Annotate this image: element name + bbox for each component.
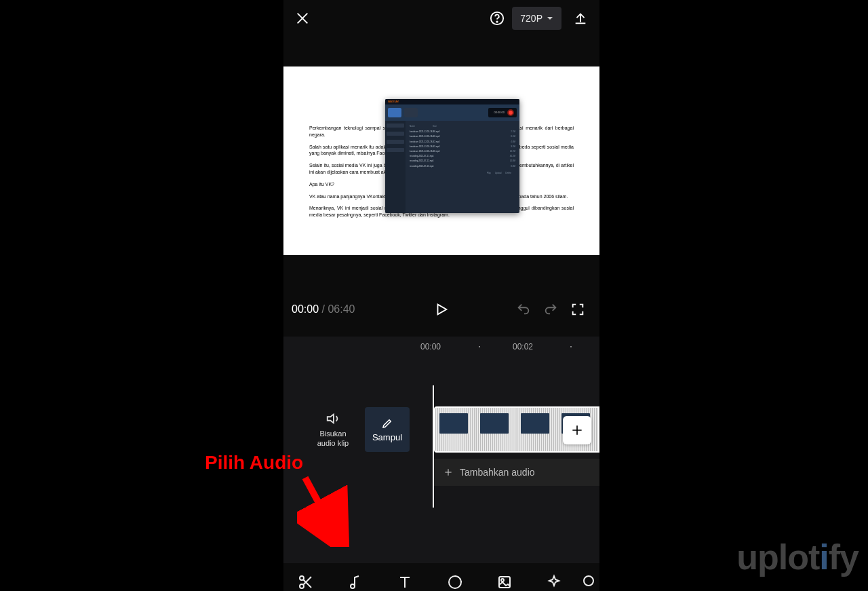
export-icon — [573, 11, 588, 26]
redo-icon — [543, 302, 558, 317]
playback-bar: 00:00 / 06:40 — [283, 296, 599, 323]
watermark-part-b: i — [819, 537, 828, 577]
add-audio-track[interactable]: Tambahkan audio — [434, 459, 599, 486]
add-clip-button[interactable] — [563, 416, 591, 444]
video-track-row: Bisukan audio klip Sampul — [283, 407, 599, 452]
time-display: 00:00 / 06:40 — [292, 303, 355, 316]
fullscreen-button[interactable] — [564, 296, 591, 323]
preview-overlay-window: BANDICAM 00:00:00 NameSize bandicam 2021… — [385, 99, 519, 213]
tab-audio[interactable]: Audio — [330, 574, 380, 592]
svg-marker-7 — [328, 414, 334, 423]
tab-overlay[interactable]: Overlay — [479, 574, 529, 592]
resolution-button[interactable]: 720P — [512, 7, 561, 30]
add-audio-label: Tambahkan audio — [460, 467, 535, 478]
time-separator: / — [319, 303, 328, 315]
time-current: 00:00 — [292, 303, 319, 315]
mute-clip-button[interactable]: Bisukan audio klip — [311, 411, 355, 449]
close-button[interactable] — [290, 6, 315, 31]
cover-button[interactable]: Sampul — [365, 407, 410, 452]
scissors-icon — [298, 574, 314, 590]
tab-more[interactable]: F — [579, 574, 598, 592]
help-icon — [490, 11, 505, 26]
bottom-toolbar: Edit Audio Teks Stiker Overlay Efek — [283, 563, 599, 591]
help-button[interactable] — [485, 6, 509, 31]
overlay-time: 00:00:00 — [494, 111, 505, 115]
tab-edit[interactable]: Edit — [283, 574, 330, 592]
time-total: 06:40 — [328, 303, 355, 315]
svg-marker-6 — [438, 305, 447, 315]
video-editor-panel: 720P Perkembangan teknologi sampai sekar… — [283, 0, 599, 591]
watermark-part-c: fy — [829, 537, 859, 577]
ruler-tick-label: 00:02 — [513, 342, 533, 351]
svg-point-13 — [300, 584, 304, 588]
svg-point-12 — [300, 576, 304, 580]
tab-text[interactable]: Teks — [380, 574, 430, 592]
ruler-tick-dot — [479, 346, 480, 347]
redo-button[interactable] — [537, 296, 564, 323]
speaker-icon — [326, 411, 340, 426]
overlay-titlebar: BANDICAM — [385, 99, 519, 104]
sparkle-icon — [546, 574, 562, 590]
resolution-label: 720P — [520, 13, 542, 24]
overlay-toolbar: 00:00:00 — [385, 104, 519, 121]
play-icon — [434, 302, 449, 317]
top-toolbar: 720P — [283, 0, 599, 37]
cover-label: Sampul — [372, 432, 402, 442]
filter-icon — [580, 574, 597, 590]
undo-button[interactable] — [510, 296, 537, 323]
plus-icon — [570, 423, 584, 437]
video-clip[interactable] — [434, 406, 599, 453]
watermark: uplotify — [736, 537, 859, 577]
mute-label-1: Bisukan — [311, 429, 355, 438]
close-icon — [295, 11, 310, 26]
mute-label-2: audio klip — [311, 438, 355, 448]
play-button[interactable] — [428, 296, 455, 323]
svg-point-19 — [449, 576, 461, 588]
tab-effect[interactable]: Efek — [529, 574, 578, 592]
svg-rect-20 — [499, 577, 510, 588]
watermark-part-a: uplot — [736, 537, 819, 577]
ruler-tick-dot — [570, 346, 572, 347]
fullscreen-icon — [570, 302, 585, 317]
sticker-icon — [447, 574, 463, 590]
tab-sticker[interactable]: Stiker — [430, 574, 479, 592]
timeline[interactable]: 00:00 00:02 Bisukan audio klip Sampul — [283, 337, 599, 591]
music-note-icon — [347, 574, 363, 590]
undo-icon — [516, 302, 531, 317]
svg-point-21 — [501, 579, 504, 582]
svg-point-3 — [497, 21, 498, 22]
timeline-ruler[interactable]: 00:00 00:02 — [283, 337, 599, 357]
video-preview[interactable]: Perkembangan teknologi sampai sekarang m… — [283, 66, 599, 255]
text-icon — [397, 574, 413, 590]
overlay-icon — [496, 574, 513, 590]
export-button[interactable] — [568, 6, 593, 31]
record-icon — [507, 109, 514, 116]
plus-icon — [443, 468, 453, 477]
chevron-down-icon — [547, 15, 553, 22]
svg-point-22 — [584, 576, 593, 586]
ruler-tick-label: 00:00 — [420, 342, 441, 351]
pencil-icon — [381, 417, 393, 430]
annotation-text: Pilih Audio — [205, 452, 303, 474]
